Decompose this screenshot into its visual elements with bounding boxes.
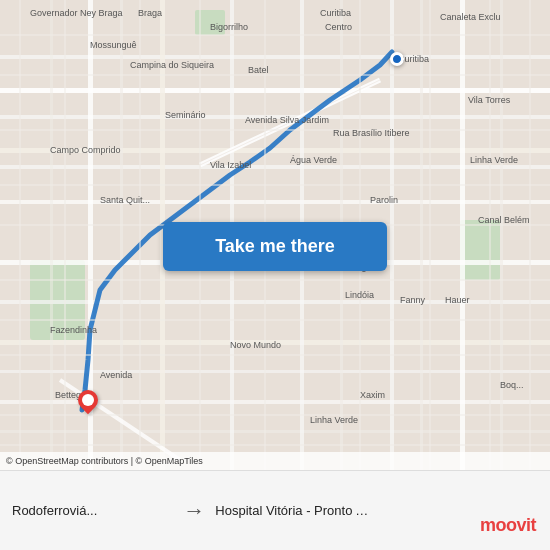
take-me-there-button[interactable]: Take me there xyxy=(163,222,387,271)
moovit-logo: moovit xyxy=(480,515,536,536)
svg-rect-25 xyxy=(500,0,503,470)
svg-rect-13 xyxy=(0,165,550,169)
svg-rect-20 xyxy=(390,0,394,470)
destination-marker xyxy=(78,390,98,410)
attribution-bar: © OpenStreetMap contributors | © OpenMap… xyxy=(0,452,550,470)
svg-rect-8 xyxy=(0,340,550,345)
svg-rect-6 xyxy=(0,200,550,204)
attribution-text: © OpenStreetMap contributors | © OpenMap… xyxy=(6,456,203,466)
svg-rect-24 xyxy=(420,0,423,470)
svg-rect-12 xyxy=(0,115,550,119)
svg-rect-5 xyxy=(0,148,550,153)
svg-rect-10 xyxy=(0,430,550,433)
moovit-text: moovit xyxy=(480,515,536,536)
route-from: Rodoferroviá... xyxy=(12,503,173,518)
svg-rect-21 xyxy=(460,0,465,470)
svg-rect-4 xyxy=(0,88,550,93)
svg-rect-22 xyxy=(120,0,123,470)
origin-marker xyxy=(390,52,404,66)
svg-rect-15 xyxy=(0,370,550,373)
svg-rect-11 xyxy=(0,55,550,59)
bottom-bar: Rodoferroviá... → Hospital Vitória - Pro… xyxy=(0,470,550,550)
svg-rect-26 xyxy=(50,0,53,470)
svg-rect-3 xyxy=(460,220,500,280)
map-container: BragaBigorrilhoCuritibaCentroCanaleta Ex… xyxy=(0,0,550,470)
route-arrow: → xyxy=(183,498,205,524)
route-from-name: Rodoferroviá... xyxy=(12,503,97,518)
svg-rect-14 xyxy=(0,300,550,304)
route-to-name: Hospital Vitória - Pronto Atendime... xyxy=(215,503,375,518)
